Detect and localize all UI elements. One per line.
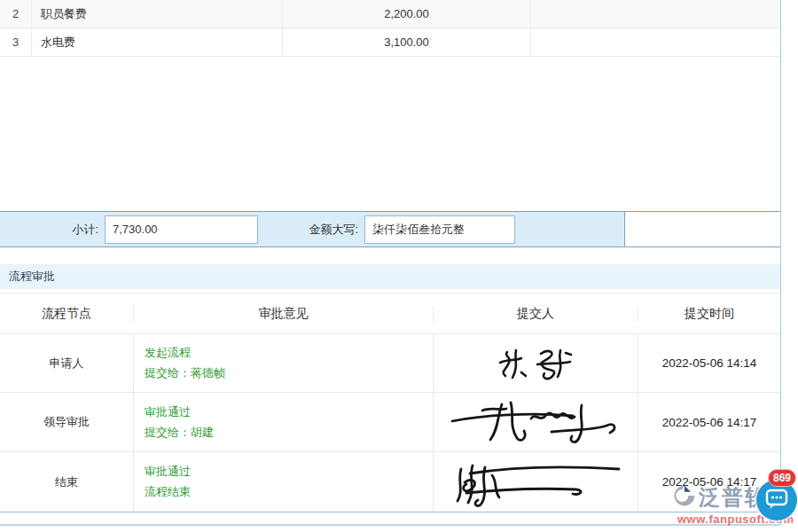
col-header-submitter: 提交人 <box>433 306 638 322</box>
summary-empty-cell <box>625 212 780 246</box>
signature-cell <box>433 334 638 392</box>
col-header-opinion: 审批意见 <box>133 306 433 322</box>
signature-cell <box>433 393 638 451</box>
subtotal-value-box[interactable]: 7,730.00 <box>105 215 258 244</box>
table-row[interactable]: 3 水电费 3,100.00 <box>0 28 780 57</box>
opinion-line: 提交给：蒋德帧 <box>145 365 433 381</box>
submit-time: 2022-05-06 14:14 <box>638 334 780 392</box>
approval-row: 领导审批 审批通过 提交给：胡建 <box>0 393 780 452</box>
expense-extra-cell <box>530 28 780 56</box>
amount-words-value: 柒仟柒佰叁拾元整 <box>372 223 465 236</box>
approval-opinion: 审批通过 流程结束 <box>133 452 433 512</box>
opinion-line: 流程结束 <box>145 484 433 500</box>
approval-opinion: 发起流程 提交给：蒋德帧 <box>133 334 433 392</box>
amount-words-label: 金额大写: <box>258 222 364 238</box>
chat-bubble-icon <box>764 487 789 513</box>
expense-name: 水电费 <box>31 28 282 56</box>
expense-name: 职员餐费 <box>31 0 282 27</box>
approval-row: 申请人 发起流程 提交给：蒋德帧 <box>0 334 780 393</box>
panel-right-border <box>780 0 781 525</box>
subtotal-value: 7,730.00 <box>113 223 158 236</box>
signature-image <box>447 399 624 445</box>
expense-extra-cell <box>530 0 780 27</box>
flow-node: 结束 <box>0 452 133 512</box>
approval-table-header: 流程节点 审批意见 提交人 提交时间 <box>0 293 780 334</box>
approval-opinion: 审批通过 提交给：胡建 <box>133 393 433 451</box>
expense-amount: 3,100.00 <box>282 28 530 56</box>
summary-row: 小计: 7,730.00 金额大写: 柒仟柒佰叁拾元整 <box>0 211 780 247</box>
approval-section: 流程审批 流程节点 审批意见 提交人 提交时间 申请人 发起流程 提交给：蒋德帧 <box>0 264 780 512</box>
opinion-line: 发起流程 <box>145 345 433 361</box>
opinion-line: 审批通过 <box>145 404 433 420</box>
summary-spacer <box>515 212 625 246</box>
notification-badge[interactable]: 869 <box>768 469 796 487</box>
approval-detail-page: 2 职员餐费 2,200.00 3 水电费 3,100.00 小计: 7,730… <box>0 0 798 532</box>
signature-image <box>445 458 627 507</box>
col-header-node: 流程节点 <box>0 306 133 322</box>
opinion-line: 审批通过 <box>145 464 433 480</box>
section-divider-line <box>0 524 780 526</box>
opinion-line: 提交给：胡建 <box>145 425 433 441</box>
signature-image <box>495 344 576 383</box>
signature-cell <box>433 452 638 512</box>
row-index: 3 <box>0 28 31 56</box>
section-title: 流程审批 <box>0 264 780 289</box>
table-row[interactable]: 2 职员餐费 2,200.00 <box>0 0 780 28</box>
row-index: 2 <box>0 0 31 27</box>
submit-time: 2022-05-06 14:17 <box>638 393 780 451</box>
expense-table: 2 职员餐费 2,200.00 3 水电费 3,100.00 <box>0 0 780 57</box>
col-header-time: 提交时间 <box>638 306 780 322</box>
flow-node: 申请人 <box>0 334 133 392</box>
approval-row: 结束 审批通过 流程结束 <box>0 452 780 512</box>
flow-node: 领导审批 <box>0 393 133 451</box>
expense-amount: 2,200.00 <box>282 0 530 27</box>
approval-table: 流程节点 审批意见 提交人 提交时间 申请人 发起流程 提交给：蒋德帧 <box>0 293 780 512</box>
amount-words-box[interactable]: 柒仟柒佰叁拾元整 <box>364 215 515 244</box>
subtotal-label: 小计: <box>0 222 105 238</box>
